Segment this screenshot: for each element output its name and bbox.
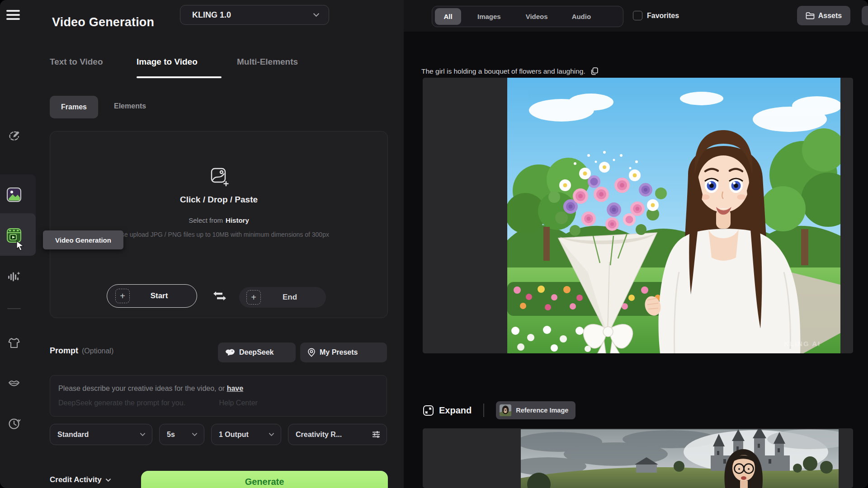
video-generation-tooltip: Video Generation [43, 230, 123, 249]
generation-panel: Video Generation KLING 1.0 Text to Video… [28, 0, 399, 488]
model-selector[interactable]: KLING 1.0 [180, 5, 329, 25]
generated-image-castle [521, 429, 839, 488]
tab-frames[interactable]: Frames [50, 96, 98, 118]
chevron-down-icon [192, 432, 198, 436]
menu-button[interactable] [6, 10, 20, 22]
deepseek-whale-icon [225, 349, 235, 356]
generated-image-girl-bouquet: KLING AI [507, 78, 840, 353]
copy-icon[interactable] [590, 67, 599, 75]
output-count-select[interactable]: 1 Output [211, 424, 281, 445]
pin-icon [307, 348, 316, 357]
shirt-icon [7, 336, 21, 350]
filter-tab-images[interactable]: Images [477, 13, 501, 20]
generated-image-panel-2[interactable] [423, 428, 853, 488]
history-link[interactable]: History [226, 216, 249, 224]
generation-caption: The girl is holding a bouquet of flowers… [421, 67, 599, 75]
help-center-link[interactable]: Help Center [219, 399, 258, 407]
sidebar-item-virtual-try-on[interactable] [6, 335, 22, 351]
favorites-checkbox[interactable] [633, 11, 642, 20]
add-end-frame-icon: + [246, 290, 261, 305]
chevron-down-icon [140, 432, 146, 436]
active-tab-underline [137, 76, 222, 78]
filter-tab-all[interactable]: All [435, 8, 461, 25]
filter-tab-videos[interactable]: Videos [526, 13, 548, 20]
history-clock-icon [7, 417, 21, 431]
generated-image-panel[interactable]: KLING AI [423, 78, 853, 353]
sidebar-item-image-generation[interactable] [6, 187, 22, 202]
end-frame-button[interactable]: + End [239, 287, 326, 308]
my-presets-button[interactable]: My Presets [300, 343, 387, 362]
prompt-textarea[interactable]: Please describe your creative ideas for … [50, 375, 387, 417]
select-from-history: Select fromHistory [50, 216, 387, 224]
filter-tab-audio[interactable]: Audio [572, 13, 591, 20]
image-upload-dropzone[interactable]: Click / Drop / Paste Select fromHistory … [50, 131, 388, 318]
add-image-icon [208, 167, 230, 188]
sidebar-item-audio-generation[interactable] [6, 269, 22, 285]
divider [483, 404, 484, 417]
model-selector-value: KLING 1.0 [192, 10, 231, 20]
prompt-placeholder-line2: DeepSeek generate the prompt for you. He… [58, 399, 378, 407]
expand-button[interactable]: Expand [423, 405, 472, 416]
page-title: Video Generation [52, 15, 154, 29]
prompt-label: Prompt(Optional) [50, 346, 113, 356]
tab-image-to-video[interactable]: Image to Video [137, 57, 198, 67]
sidebar-item-ai-tools[interactable] [6, 129, 22, 144]
svg-text:KLING AI: KLING AI [784, 340, 821, 347]
chevron-down-icon [313, 13, 320, 17]
audio-waveform-icon [7, 270, 21, 284]
tab-elements[interactable]: Elements [114, 102, 146, 110]
sidebar-item-lip-sync[interactable] [6, 375, 22, 390]
prompt-optional: (Optional) [82, 347, 113, 355]
cut-off-button[interactable] [862, 6, 868, 25]
lips-icon [7, 376, 21, 389]
generate-button[interactable]: Generate [141, 471, 388, 488]
chevron-down-icon [105, 478, 111, 482]
add-start-frame-icon: + [115, 289, 130, 303]
favorites-filter[interactable]: Favorites [633, 11, 679, 20]
image-generation-icon [6, 187, 22, 202]
chevron-down-icon [269, 432, 274, 436]
assets-panel: All Images Videos Audio Favorites Assets… [404, 0, 868, 488]
upload-cta-text: Click / Drop / Paste [50, 195, 387, 205]
result-actions: Expand Reference Image [423, 401, 576, 419]
start-frame-button[interactable]: + Start [107, 284, 197, 308]
tab-text-to-video[interactable]: Text to Video [50, 57, 103, 67]
quality-select[interactable]: Standard [50, 424, 152, 445]
creativity-select[interactable]: Creativity R... [288, 424, 387, 445]
asset-filter-tabs: All Images Videos Audio [432, 6, 623, 27]
app-window: Video Generation KLING 1.0 Text to Video… [0, 0, 868, 488]
tab-multi-elements[interactable]: Multi-Elements [237, 57, 298, 67]
folder-icon [806, 12, 815, 19]
sidebar-item-history[interactable] [6, 416, 22, 432]
prompt-placeholder: Please describe your creative ideas for … [58, 385, 227, 392]
credit-activity-toggle[interactable]: Credit Activity [50, 475, 111, 484]
sliders-icon [372, 431, 380, 438]
have-deepseek-link[interactable]: have [227, 385, 243, 392]
reference-image-button[interactable]: Reference Image [496, 401, 576, 419]
magic-pen-icon [7, 130, 21, 143]
assets-button[interactable]: Assets [797, 6, 850, 25]
swap-frames-icon[interactable] [212, 291, 227, 301]
reference-thumbnail [500, 404, 511, 416]
deepseek-button[interactable]: DeepSeek [218, 343, 296, 362]
sidebar-divider [7, 308, 21, 309]
expand-icon [423, 405, 434, 416]
mouse-cursor [15, 240, 25, 251]
duration-select[interactable]: 5s [159, 424, 204, 445]
